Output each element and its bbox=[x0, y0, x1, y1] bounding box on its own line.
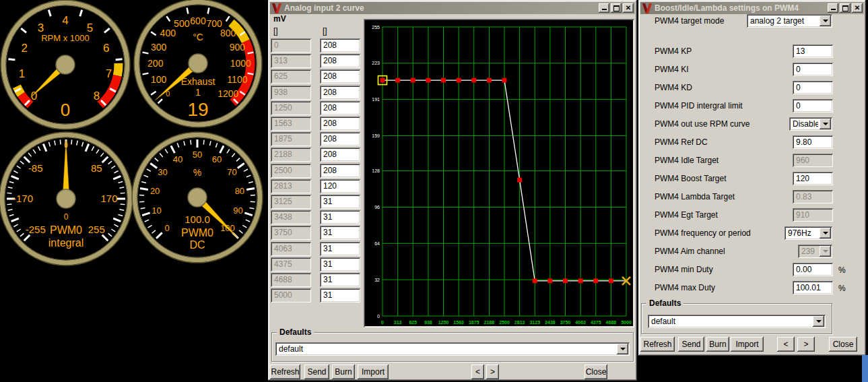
select-arrow-button[interactable] bbox=[820, 228, 831, 238]
curve-point[interactable] bbox=[411, 78, 415, 83]
refresh-button[interactable]: Refresh bbox=[270, 364, 300, 379]
curve-point[interactable] bbox=[609, 278, 613, 283]
field-select[interactable]: 976Hz bbox=[784, 226, 832, 240]
defaults-select-arrow-button[interactable] bbox=[617, 344, 628, 354]
curve-value-input[interactable]: 31 bbox=[320, 226, 360, 240]
import-button[interactable]: Import bbox=[358, 364, 389, 379]
field-select: 239 bbox=[798, 245, 832, 258]
prev-button[interactable]: < bbox=[471, 364, 484, 379]
svg-text:1875: 1875 bbox=[469, 320, 479, 325]
curve-point[interactable] bbox=[593, 278, 598, 283]
curve-point[interactable] bbox=[395, 78, 400, 83]
defaults-select[interactable]: default bbox=[648, 315, 826, 328]
gauge-pwm0-dc: 0102030405060708090100%100.0PWM0DC bbox=[132, 132, 263, 263]
field-input[interactable]: 0 bbox=[793, 99, 833, 113]
mv-cell: 4375 bbox=[271, 257, 311, 272]
curve-point[interactable] bbox=[471, 78, 476, 83]
field-input[interactable]: 0 bbox=[793, 63, 833, 76]
svg-text:5000: 5000 bbox=[621, 320, 632, 325]
svg-text:19: 19 bbox=[187, 99, 208, 120]
minimize-icon bbox=[831, 5, 836, 10]
next-button[interactable]: > bbox=[797, 337, 815, 352]
curve-window-titlebar[interactable]: Analog input 2 curve ✕ bbox=[270, 2, 635, 14]
curve-value-input[interactable]: 208 bbox=[320, 101, 360, 115]
curve-point[interactable] bbox=[563, 278, 568, 283]
curve-point[interactable] bbox=[578, 278, 583, 283]
field-input[interactable]: 120 bbox=[793, 172, 833, 185]
mv-column-unit: mV bbox=[273, 14, 286, 24]
curve-point[interactable] bbox=[502, 78, 507, 83]
select-arrow-button[interactable] bbox=[820, 15, 831, 26]
svg-text:1: 1 bbox=[19, 67, 25, 80]
mv-cell: 938 bbox=[271, 86, 311, 100]
field-select[interactable]: Disable bbox=[789, 117, 832, 131]
svg-text:6: 6 bbox=[103, 42, 109, 55]
svg-text:3438: 3438 bbox=[545, 320, 556, 325]
defaults-select-arrow-button[interactable] bbox=[813, 316, 824, 327]
field-select[interactable]: analog 2 target bbox=[747, 14, 832, 28]
curve-point[interactable] bbox=[457, 78, 461, 83]
unit-suffix: % bbox=[838, 265, 846, 275]
close-window-button[interactable]: ✕ bbox=[623, 3, 634, 13]
defaults-groupbox: Defaults default bbox=[271, 332, 634, 362]
close-button[interactable]: Close bbox=[829, 337, 857, 352]
field-input[interactable]: 9.80 bbox=[793, 135, 833, 149]
svg-text:191: 191 bbox=[372, 97, 380, 102]
curve-point[interactable] bbox=[426, 78, 430, 83]
curve-value-input[interactable]: 208 bbox=[320, 148, 360, 162]
defaults-select[interactable]: default bbox=[275, 342, 630, 356]
curve-value-input[interactable]: 31 bbox=[320, 195, 360, 209]
send-button[interactable]: Send bbox=[678, 337, 704, 352]
svg-text:4375: 4375 bbox=[591, 320, 601, 325]
curve-value-input[interactable]: 31 bbox=[320, 210, 360, 224]
curve-point[interactable] bbox=[487, 78, 492, 83]
select-arrow-button[interactable] bbox=[820, 119, 831, 129]
prev-button[interactable]: < bbox=[777, 337, 795, 352]
burn-button[interactable]: Burn bbox=[706, 337, 729, 352]
curve-point[interactable] bbox=[517, 178, 522, 183]
curve-value-input[interactable]: 208 bbox=[320, 54, 360, 68]
curve-plot[interactable]: 0326496128159191223255031362593812501563… bbox=[364, 19, 634, 327]
field-label: PWM4 Idle Target bbox=[655, 156, 719, 165]
curve-value-input[interactable]: 31 bbox=[320, 273, 360, 287]
curve-point[interactable] bbox=[547, 278, 552, 283]
curve-value-input[interactable]: 208 bbox=[320, 164, 360, 178]
curve-point[interactable] bbox=[380, 78, 385, 83]
curve-value-input[interactable]: 208 bbox=[320, 86, 360, 100]
svg-text:32: 32 bbox=[374, 278, 380, 282]
field-input[interactable]: 0 bbox=[793, 81, 833, 94]
curve-value-input[interactable]: 208 bbox=[320, 117, 360, 131]
field-input[interactable]: 13 bbox=[793, 44, 833, 58]
vems-logo-icon bbox=[272, 3, 281, 13]
curve-value-input[interactable]: 208 bbox=[320, 38, 360, 53]
minimize-button[interactable] bbox=[828, 3, 838, 13]
svg-text:PWM0: PWM0 bbox=[181, 227, 213, 238]
minimize-button[interactable] bbox=[599, 3, 609, 13]
curve-point[interactable] bbox=[441, 78, 446, 83]
curve-value-input[interactable]: 208 bbox=[320, 69, 360, 84]
field-input[interactable]: 0.00 bbox=[793, 263, 833, 276]
pwm-window-titlebar[interactable]: Boost/Idle/Lambda settings on PWM4 ✕ bbox=[640, 2, 864, 14]
window-title: Analog input 2 curve bbox=[284, 3, 599, 13]
curve-value-input[interactable]: 31 bbox=[320, 242, 360, 256]
svg-text:128: 128 bbox=[372, 168, 380, 173]
svg-text:80: 80 bbox=[235, 186, 244, 196]
curve-chart[interactable]: 0326496128159191223255031362593812501563… bbox=[364, 19, 634, 327]
refresh-button[interactable]: Refresh bbox=[640, 337, 675, 352]
close-window-button[interactable]: ✕ bbox=[852, 3, 863, 13]
curve-value-input[interactable]: 120 bbox=[320, 179, 360, 193]
field-input: 960 bbox=[793, 154, 833, 167]
close-button[interactable]: Close bbox=[585, 364, 607, 379]
curve-value-input[interactable]: 31 bbox=[320, 257, 360, 272]
maximize-button[interactable] bbox=[611, 3, 622, 13]
svg-text:2813: 2813 bbox=[514, 320, 525, 325]
curve-point[interactable] bbox=[533, 278, 537, 283]
field-input[interactable]: 100.01 bbox=[793, 281, 833, 294]
burn-button[interactable]: Burn bbox=[332, 364, 355, 379]
next-button[interactable]: > bbox=[486, 364, 499, 379]
send-button[interactable]: Send bbox=[304, 364, 329, 379]
import-button[interactable]: Import bbox=[731, 337, 764, 352]
curve-value-input[interactable]: 31 bbox=[320, 288, 360, 303]
maximize-button[interactable] bbox=[840, 3, 850, 13]
curve-value-input[interactable]: 208 bbox=[320, 132, 360, 146]
